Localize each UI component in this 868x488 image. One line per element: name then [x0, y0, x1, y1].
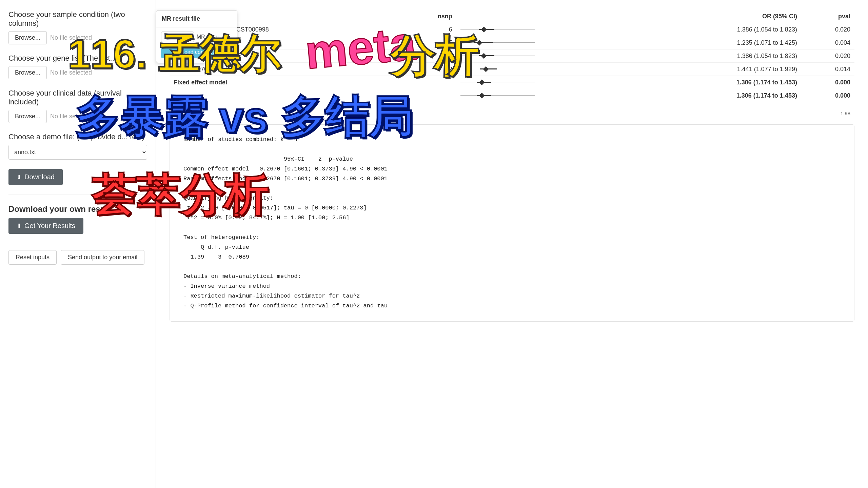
forest-cell-nsnp	[405, 76, 456, 89]
square-point	[481, 27, 487, 33]
diamond-point	[479, 80, 485, 85]
axis-min: 1.04	[174, 110, 183, 116]
popup-browse-button[interactable]: Browse...	[161, 32, 194, 42]
forest-table-row: GCST007707 | ieu-a-861.386 (1.054 to 1.8…	[170, 49, 854, 63]
forest-cell-pval: 0.004	[801, 36, 854, 49]
forest-cell-pval: 0.000	[801, 76, 854, 89]
sample-condition-label: Choose your sample condition (two column…	[8, 10, 147, 28]
forest-table-row: GCST007707 | ieu-a-921.441 (1.077 to 1.9…	[170, 63, 854, 76]
get-results-icon: ⬇	[17, 222, 22, 230]
get-results-button[interactable]: ⬇ Get Your Results	[8, 218, 83, 234]
popup-upload-button[interactable]: Upload complete	[161, 46, 232, 58]
square-point	[476, 40, 482, 46]
popup-file-row: Browse... MR_resu...	[156, 27, 237, 46]
download-button[interactable]: ⬇ Download	[8, 169, 63, 185]
col-pval: pval	[801, 10, 854, 23]
forest-table-header: study nsnp OR (95% CI) pval	[170, 10, 854, 23]
forest-cell-study: Fixed effect model	[170, 76, 405, 89]
clinical-data-file: No file selected	[50, 113, 92, 120]
diamond-point	[479, 93, 485, 99]
forest-table-row: GCST007707 | ieu-a-7151.235 (1.071 to 1.…	[170, 36, 854, 49]
sample-condition-file: No file selected	[50, 34, 92, 41]
forest-cell-pval: 0.020	[801, 23, 854, 36]
clinical-data-browse[interactable]: Browse...	[8, 110, 47, 123]
forest-cell-or-ci: 1.386 (1.054 to 1.823)	[645, 23, 801, 36]
email-button[interactable]: Send output to your email	[61, 250, 144, 265]
forest-cell-plot	[456, 36, 645, 49]
forest-cell-or-ci: 1.386 (1.054 to 1.823)	[645, 49, 801, 63]
square-point	[483, 66, 489, 72]
forest-table-row: GCST007707 | ebi-a-GCST00099861.386 (1.0…	[170, 23, 854, 36]
forest-cell-plot	[456, 49, 645, 63]
forest-cell-nsnp	[405, 89, 456, 102]
forest-plot-table: study nsnp OR (95% CI) pval GCST007707 |…	[170, 10, 854, 102]
mr-result-popup: MR result file Browse... MR_resu... Uplo…	[156, 10, 237, 63]
reset-button[interactable]: Reset inputs	[8, 250, 57, 265]
axis-labels: 1.04 1.98	[170, 109, 854, 118]
right-panel: study nsnp OR (95% CI) pval GCST007707 |…	[156, 0, 868, 488]
forest-cell-pval: 0.014	[801, 63, 854, 76]
clinical-data-label: Choose your clinical data (survival incl…	[8, 89, 147, 106]
forest-cell-nsnp: 15	[405, 36, 456, 49]
gene-list-file: No file selected	[50, 69, 92, 76]
popup-header: MR result file	[156, 11, 237, 27]
forest-cell-or-ci: 1.441 (1.077 to 1.929)	[645, 63, 801, 76]
left-panel: Choose your sample condition (two column…	[0, 0, 156, 488]
forest-cell-nsnp: 2	[405, 63, 456, 76]
forest-cell-or-ci: 1.306 (1.174 to 1.453)	[645, 89, 801, 102]
forest-cell-or-ci: 1.235 (1.071 to 1.425)	[645, 36, 801, 49]
demo-file-label: Choose a demo file: (we provide d... tes…	[8, 133, 147, 141]
forest-cell-plot	[456, 23, 645, 36]
stats-box: Number of studies combined: k = 4 95%-CI…	[170, 124, 854, 322]
clinical-data-row: Browse... No file selected	[8, 110, 147, 123]
download-results-title: Download your own resu...	[8, 204, 147, 214]
section-demo-file: Choose a demo file: (we provide d... tes…	[8, 133, 147, 160]
get-results-label: Get Your Results	[24, 222, 75, 230]
forest-cell-plot	[456, 63, 645, 76]
forest-cell-nsnp: 6	[405, 23, 456, 36]
download-results-section: Download your own resu... ⬇ Get Your Res…	[8, 204, 147, 241]
forest-table-row: 1.306 (1.174 to 1.453)0.000	[170, 89, 854, 102]
divider	[8, 195, 147, 195]
forest-cell-or-ci: 1.306 (1.174 to 1.453)	[645, 76, 801, 89]
download-label: Download	[24, 173, 55, 181]
forest-cell-pval: 0.020	[801, 49, 854, 63]
forest-cell-study	[170, 89, 405, 102]
forest-cell-pval: 0.000	[801, 89, 854, 102]
col-nsnp: nsnp	[405, 10, 456, 23]
section-gene-list: Choose your gene list (The 1st... Browse…	[8, 54, 147, 79]
forest-cell-nsnp: 6	[405, 49, 456, 63]
forest-table-row: Fixed effect model1.306 (1.174 to 1.453)…	[170, 76, 854, 89]
bottom-buttons: Reset inputs Send output to your email	[8, 250, 147, 265]
sample-condition-row: Browse... No file selected	[8, 31, 147, 44]
download-icon: ⬇	[17, 174, 22, 181]
forest-cell-plot	[456, 89, 645, 102]
gene-list-row: Browse... No file selected	[8, 66, 147, 79]
section-sample-condition: Choose your sample condition (two column…	[8, 10, 147, 44]
col-plot	[456, 10, 645, 23]
square-point	[481, 53, 487, 59]
gene-list-label: Choose your gene list (The 1st...	[8, 54, 147, 63]
forest-cell-plot	[456, 76, 645, 89]
popup-file-value: MR_resu...	[197, 34, 223, 40]
demo-file-select[interactable]: anno.txt	[8, 145, 147, 160]
axis-max: 1.98	[841, 110, 850, 116]
gene-list-browse[interactable]: Browse...	[8, 66, 47, 79]
col-or-ci: OR (95% CI)	[645, 10, 801, 23]
section-clinical-data: Choose your clinical data (survival incl…	[8, 89, 147, 123]
sample-condition-browse[interactable]: Browse...	[8, 31, 47, 44]
forest-cell-study: GCST007707 | ieu-a-9	[170, 63, 405, 76]
